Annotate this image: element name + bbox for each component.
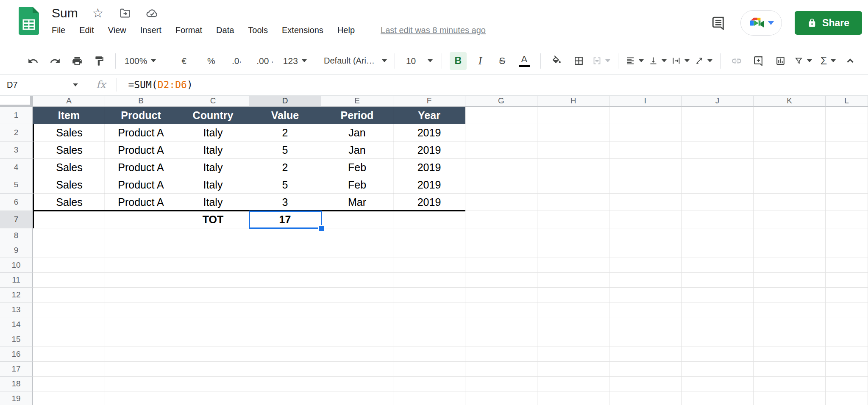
cell-E19[interactable]: [321, 391, 393, 405]
cell-G2[interactable]: [465, 124, 537, 141]
cell-L7[interactable]: [826, 211, 868, 228]
cell-F18[interactable]: [393, 377, 465, 391]
cell-K8[interactable]: [754, 228, 826, 243]
cell-I7[interactable]: [609, 211, 682, 228]
cell-K10[interactable]: [754, 258, 826, 273]
cell-L3[interactable]: [826, 141, 868, 159]
cell-I9[interactable]: [609, 243, 682, 258]
filter-button[interactable]: [794, 52, 812, 70]
cell-D19[interactable]: [249, 391, 321, 405]
cell-A14[interactable]: [33, 317, 105, 332]
cell-A5[interactable]: Sales: [33, 176, 105, 194]
cell-K17[interactable]: [754, 362, 826, 377]
cell-L14[interactable]: [826, 317, 868, 332]
comment-history-button[interactable]: [709, 14, 728, 32]
cell-E6[interactable]: Mar: [321, 194, 393, 211]
cell-C15[interactable]: [177, 332, 249, 347]
cell-C17[interactable]: [177, 362, 249, 377]
cell-D17[interactable]: [249, 362, 321, 377]
cell-E2[interactable]: Jan: [321, 124, 393, 141]
cell-G13[interactable]: [465, 302, 537, 317]
cloud-saved-icon[interactable]: [145, 6, 159, 20]
cell-D6[interactable]: 3: [249, 194, 321, 211]
cell-J10[interactable]: [682, 258, 754, 273]
row-header-6[interactable]: 6: [0, 194, 33, 211]
column-header-L[interactable]: L: [826, 96, 868, 107]
cell-J12[interactable]: [682, 288, 754, 302]
text-wrap-button[interactable]: [672, 52, 690, 70]
move-folder-icon[interactable]: [118, 6, 132, 20]
text-rotation-button[interactable]: [695, 52, 712, 70]
functions-button[interactable]: Σ: [817, 52, 839, 70]
cell-F10[interactable]: [393, 258, 465, 273]
cell-A8[interactable]: [33, 228, 105, 243]
cell-J15[interactable]: [682, 332, 754, 347]
font-size-select[interactable]: 10: [403, 52, 434, 70]
strikethrough-button[interactable]: S: [494, 52, 511, 70]
column-header-G[interactable]: G: [465, 96, 537, 107]
cell-C12[interactable]: [177, 288, 249, 302]
cell-H13[interactable]: [537, 302, 609, 317]
row-header-1[interactable]: 1: [0, 107, 33, 124]
cell-L5[interactable]: [826, 176, 868, 194]
menu-item-file[interactable]: File: [52, 25, 65, 35]
cell-E5[interactable]: Feb: [321, 176, 393, 194]
cell-E7[interactable]: [321, 211, 393, 228]
cell-H19[interactable]: [537, 391, 609, 405]
cell-I8[interactable]: [609, 228, 682, 243]
column-header-A[interactable]: A: [33, 96, 105, 107]
cell-J16[interactable]: [682, 347, 754, 362]
cell-J3[interactable]: [682, 141, 754, 159]
cell-C10[interactable]: [177, 258, 249, 273]
row-header-7[interactable]: 7: [0, 211, 33, 228]
cell-D13[interactable]: [249, 302, 321, 317]
cell-C9[interactable]: [177, 243, 249, 258]
formula-input[interactable]: =SUM(D2:D6): [128, 79, 192, 90]
cell-H16[interactable]: [537, 347, 609, 362]
cell-H4[interactable]: [537, 159, 609, 176]
cell-G10[interactable]: [465, 258, 537, 273]
cell-G9[interactable]: [465, 243, 537, 258]
column-header-I[interactable]: I: [609, 96, 682, 107]
cell-A12[interactable]: [33, 288, 105, 302]
cell-L19[interactable]: [826, 391, 868, 405]
cell-G1[interactable]: [465, 107, 537, 124]
more-formats-button[interactable]: 123: [281, 52, 308, 70]
font-family-select[interactable]: Default (Ari…: [324, 52, 387, 70]
cell-E18[interactable]: [321, 377, 393, 391]
cell-A3[interactable]: Sales: [33, 141, 105, 159]
cell-D18[interactable]: [249, 377, 321, 391]
cell-K3[interactable]: [754, 141, 826, 159]
cell-H18[interactable]: [537, 377, 609, 391]
cell-K2[interactable]: [754, 124, 826, 141]
cell-G4[interactable]: [465, 159, 537, 176]
row-header-3[interactable]: 3: [0, 141, 33, 159]
cell-A7[interactable]: [33, 211, 105, 228]
cell-B8[interactable]: [105, 228, 177, 243]
select-all-corner[interactable]: [0, 96, 33, 107]
cell-H7[interactable]: [537, 211, 609, 228]
cell-C11[interactable]: [177, 273, 249, 288]
cell-G16[interactable]: [465, 347, 537, 362]
cell-G18[interactable]: [465, 377, 537, 391]
row-header-5[interactable]: 5: [0, 176, 33, 194]
sheets-logo[interactable]: [19, 7, 39, 35]
borders-button[interactable]: [570, 52, 587, 70]
cell-C18[interactable]: [177, 377, 249, 391]
insert-chart-button[interactable]: [772, 52, 789, 70]
print-button[interactable]: [69, 52, 86, 70]
cell-B9[interactable]: [105, 243, 177, 258]
cell-H10[interactable]: [537, 258, 609, 273]
cell-D12[interactable]: [249, 288, 321, 302]
paint-format-button[interactable]: [91, 52, 108, 70]
cell-C16[interactable]: [177, 347, 249, 362]
menu-item-extensions[interactable]: Extensions: [282, 25, 323, 35]
cell-L15[interactable]: [826, 332, 868, 347]
cell-G17[interactable]: [465, 362, 537, 377]
cell-A15[interactable]: [33, 332, 105, 347]
row-header-10[interactable]: 10: [0, 258, 33, 273]
cell-B7[interactable]: [105, 211, 177, 228]
column-header-E[interactable]: E: [321, 96, 393, 107]
cell-A9[interactable]: [33, 243, 105, 258]
cell-K16[interactable]: [754, 347, 826, 362]
